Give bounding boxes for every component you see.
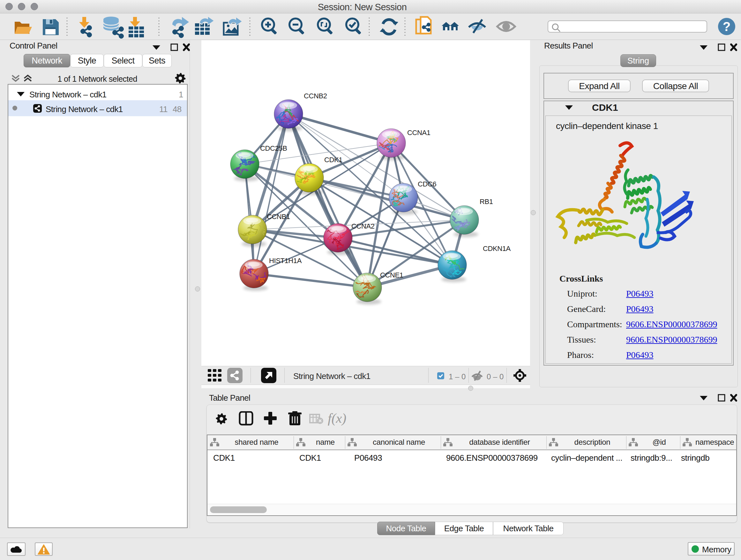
svg-text:CDKN1A: CDKN1A — [483, 245, 511, 253]
svg-text:CCNE1: CCNE1 — [380, 271, 403, 279]
svg-text:CDC6: CDC6 — [418, 180, 436, 188]
svg-text:CCNB2: CCNB2 — [304, 92, 327, 100]
svg-text:RB1: RB1 — [480, 198, 493, 206]
svg-text:CCNA1: CCNA1 — [407, 129, 430, 137]
svg-text:f(x): f(x) — [328, 411, 346, 426]
svg-text:CDK1: CDK1 — [324, 156, 342, 164]
svg-text:CCNA2: CCNA2 — [351, 222, 375, 230]
svg-text:CCNB1: CCNB1 — [267, 212, 290, 221]
svg-text:CDC25B: CDC25B — [260, 144, 287, 152]
svg-text:HIST1H1A: HIST1H1A — [269, 257, 302, 265]
